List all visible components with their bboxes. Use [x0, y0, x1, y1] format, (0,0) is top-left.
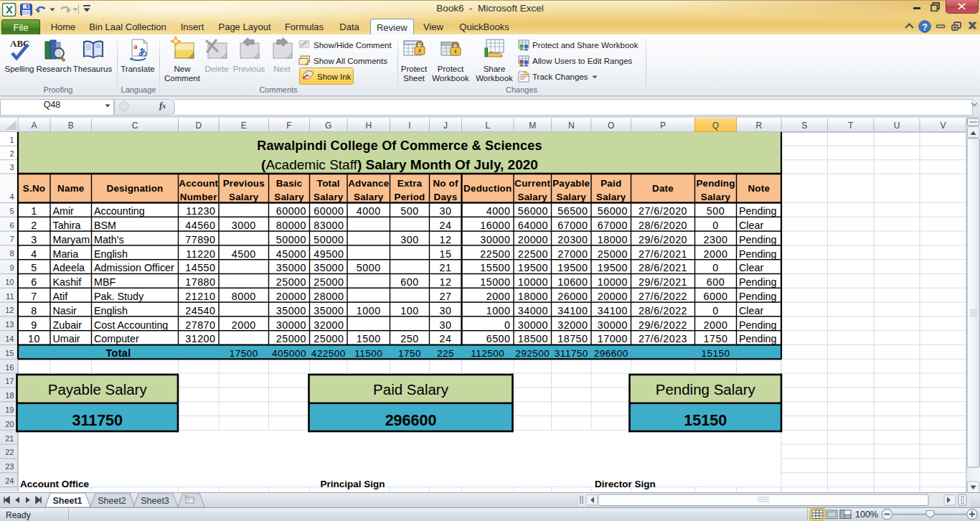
svg-text:311750: 311750	[555, 348, 588, 359]
svg-text:60000: 60000	[314, 205, 344, 217]
svg-text:250: 250	[400, 333, 418, 344]
svg-text:60000: 60000	[276, 205, 306, 217]
svg-text:17500: 17500	[230, 348, 258, 359]
svg-text:10: 10	[5, 278, 14, 286]
svg-text:Pending: Pending	[696, 178, 735, 189]
svg-text:83000: 83000	[314, 220, 344, 231]
svg-text:1750: 1750	[704, 333, 728, 344]
svg-text:Salary: Salary	[596, 192, 626, 202]
svg-text:BSM: BSM	[94, 220, 116, 231]
svg-text:4: 4	[31, 248, 37, 260]
svg-text:Umair: Umair	[53, 333, 80, 344]
svg-text:15150: 15150	[702, 348, 730, 359]
svg-text:Date: Date	[652, 183, 674, 194]
svg-text:35000: 35000	[314, 305, 344, 316]
svg-text:Pak. Study: Pak. Study	[94, 291, 144, 302]
svg-text:30000: 30000	[276, 319, 306, 331]
svg-text:25000: 25000	[276, 276, 306, 288]
svg-text:Previous: Previous	[223, 178, 265, 189]
svg-text:English: English	[94, 248, 128, 260]
svg-text:24: 24	[5, 477, 14, 485]
svg-text:3: 3	[31, 234, 37, 245]
svg-text:10600: 10600	[557, 276, 588, 288]
svg-text:25000: 25000	[276, 333, 306, 344]
svg-text:25000: 25000	[598, 248, 628, 260]
svg-text:19500: 19500	[598, 262, 628, 273]
svg-text:1500: 1500	[357, 333, 381, 344]
svg-text:18000: 18000	[598, 234, 628, 245]
svg-text:H: H	[365, 121, 372, 131]
svg-text:M: M	[529, 121, 536, 131]
svg-text:6: 6	[31, 276, 37, 288]
svg-text:28000: 28000	[314, 291, 344, 302]
svg-text:Sheet2: Sheet2	[98, 496, 126, 506]
svg-text:56500: 56500	[557, 205, 588, 217]
svg-text:Account Office: Account Office	[20, 479, 90, 489]
svg-text:R: R	[755, 121, 762, 131]
svg-text:11230: 11230	[186, 205, 215, 217]
svg-text:Deduction: Deduction	[463, 183, 512, 194]
svg-text:Tahira: Tahira	[53, 220, 81, 231]
svg-text:L: L	[485, 121, 490, 131]
svg-text:27/6/2022: 27/6/2022	[639, 291, 687, 302]
svg-text:10000: 10000	[598, 276, 628, 288]
svg-text:50000: 50000	[314, 234, 344, 245]
svg-text:13: 13	[5, 320, 14, 329]
svg-text:4000: 4000	[486, 205, 511, 217]
svg-text:20300: 20300	[557, 234, 588, 245]
svg-text:56000: 56000	[518, 205, 548, 217]
svg-text:64000: 64000	[518, 220, 548, 231]
svg-text:19: 19	[5, 405, 14, 414]
svg-text:24540: 24540	[185, 305, 215, 316]
svg-text:Paid Salary: Paid Salary	[373, 381, 449, 398]
svg-text:6000: 6000	[704, 291, 728, 302]
svg-text:100%: 100%	[855, 510, 878, 520]
svg-text:18: 18	[5, 391, 14, 400]
svg-text:Q: Q	[712, 121, 719, 131]
svg-text:7: 7	[9, 235, 14, 243]
svg-text:405000: 405000	[272, 348, 306, 359]
svg-text:Salary: Salary	[518, 192, 548, 202]
svg-text:2000: 2000	[232, 319, 256, 331]
svg-text:S: S	[801, 121, 807, 131]
svg-text:22500: 22500	[480, 248, 510, 260]
svg-text:Number: Number	[180, 192, 217, 202]
svg-text:15500: 15500	[480, 262, 510, 273]
svg-text:Cost Accounting: Cost Accounting	[94, 319, 168, 331]
svg-text:17: 17	[5, 377, 14, 385]
svg-text:あ: あ	[138, 47, 147, 57]
svg-text:0: 0	[712, 305, 718, 316]
svg-text:31200: 31200	[185, 333, 215, 344]
svg-text:Clear: Clear	[739, 262, 763, 273]
svg-text:34100: 34100	[557, 305, 588, 316]
svg-text:30000: 30000	[598, 319, 628, 331]
svg-text:16000: 16000	[480, 220, 510, 231]
svg-text:27: 27	[440, 291, 452, 302]
svg-text:4000: 4000	[357, 205, 381, 217]
svg-text:Pending: Pending	[739, 205, 777, 217]
svg-text:56000: 56000	[598, 205, 628, 217]
svg-text:80000: 80000	[276, 220, 306, 231]
svg-text:Designation: Designation	[107, 183, 164, 194]
svg-text:9: 9	[31, 319, 37, 331]
svg-text:67000: 67000	[598, 220, 628, 231]
svg-text:Adeela: Adeela	[53, 262, 85, 273]
svg-text:20000: 20000	[276, 291, 306, 302]
svg-text:24: 24	[440, 333, 452, 344]
svg-text:E: E	[241, 121, 247, 131]
svg-text:14: 14	[5, 334, 14, 343]
svg-text:Advance: Advance	[348, 178, 389, 189]
svg-text:15: 15	[5, 349, 14, 357]
svg-text:30: 30	[440, 205, 452, 217]
svg-text:12: 12	[5, 306, 14, 314]
svg-text:Salary: Salary	[701, 192, 731, 202]
svg-text:6: 6	[9, 221, 14, 230]
svg-text:3000: 3000	[232, 220, 256, 231]
svg-text:Payable Salary: Payable Salary	[48, 381, 148, 398]
svg-text:MBF: MBF	[94, 276, 116, 288]
svg-text:35000: 35000	[276, 262, 306, 273]
svg-text:Basic: Basic	[276, 178, 303, 189]
svg-text:27/6/2021: 27/6/2021	[639, 248, 687, 260]
svg-text:Note: Note	[748, 183, 770, 194]
svg-text:296600: 296600	[385, 412, 437, 429]
